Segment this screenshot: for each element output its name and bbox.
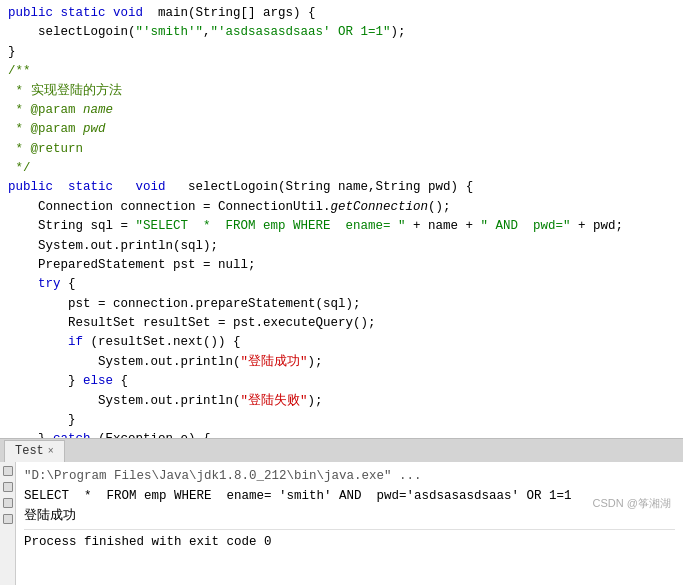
console-separator [24, 529, 675, 530]
code-line: * @param name [8, 101, 683, 120]
side-icon-4[interactable] [3, 514, 13, 524]
code-line: } [8, 411, 683, 430]
side-icon-1[interactable] [3, 466, 13, 476]
code-editor: public static void main(String[] args) {… [0, 0, 683, 438]
code-line: System.out.println("登陆失败"); [8, 392, 683, 411]
tab-bar: Test × [0, 438, 683, 462]
console-sql-line: SELECT * FROM emp WHERE ename= 'smith' A… [24, 486, 675, 506]
console-result-line: 登陆成功 [24, 506, 675, 527]
code-line: * @return [8, 140, 683, 159]
main-layout: public static void main(String[] args) {… [0, 0, 683, 585]
tab-label: Test [15, 444, 44, 458]
code-line: */ [8, 159, 683, 178]
code-line: * 实现登陆的方法 [8, 82, 683, 101]
console-scroll-side: "D:\Program Files\Java\jdk1.8.0_212\bin\… [0, 462, 683, 585]
code-line: if (resultSet.next()) { [8, 333, 683, 352]
code-content: public static void main(String[] args) {… [0, 0, 683, 438]
code-line: ResultSet resultSet = pst.executeQuery()… [8, 314, 683, 333]
code-line: Connection connection = ConnectionUtil.g… [8, 198, 683, 217]
code-line: try { [8, 275, 683, 294]
code-line: System.out.println("登陆成功"); [8, 353, 683, 372]
code-line: pst = connection.prepareStatement(sql); [8, 295, 683, 314]
console-wrapper: "D:\Program Files\Java\jdk1.8.0_212\bin\… [0, 462, 683, 585]
test-tab[interactable]: Test × [4, 440, 65, 462]
code-line: } catch (Exception e) { [8, 430, 683, 438]
code-line: PreparedStatement pst = null; [8, 256, 683, 275]
console-java-exe-line: "D:\Program Files\Java\jdk1.8.0_212\bin\… [24, 466, 675, 486]
console-content: "D:\Program Files\Java\jdk1.8.0_212\bin\… [16, 462, 683, 585]
watermark: CSDN @筝湘湖 [593, 496, 671, 511]
code-line: public static void main(String[] args) { [8, 4, 683, 23]
code-line: /** [8, 62, 683, 81]
code-line: } [8, 43, 683, 62]
tab-close-button[interactable]: × [48, 446, 54, 457]
code-line: * @param pwd [8, 120, 683, 139]
console-side-icons [0, 462, 16, 585]
side-icon-2[interactable] [3, 482, 13, 492]
code-line: System.out.println(sql); [8, 237, 683, 256]
side-icon-3[interactable] [3, 498, 13, 508]
code-line: public static void selectLogoin(String n… [8, 178, 683, 197]
console-process-line: Process finished with exit code 0 [24, 532, 675, 552]
code-line: String sql = "SELECT * FROM emp WHERE en… [8, 217, 683, 236]
code-line: selectLogoin("'smith'","'asdsasasdsaas' … [8, 23, 683, 42]
code-line: } else { [8, 372, 683, 391]
